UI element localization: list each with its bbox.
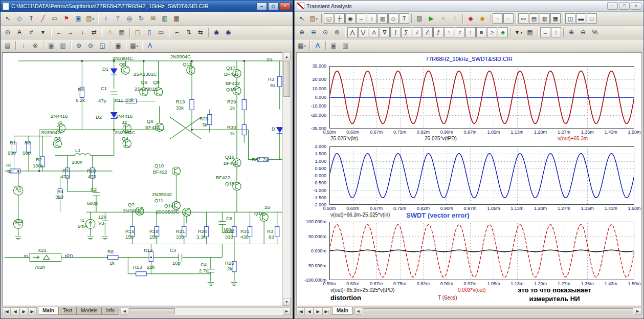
zoom-auto-icon[interactable]: ⊙ (320, 27, 331, 38)
measure-icon[interactable]: ▥ (377, 13, 388, 24)
grid-icon[interactable]: ▦ (116, 27, 127, 38)
scale-mode-icon[interactable]: ◱ (324, 13, 334, 24)
valley-icon[interactable]: ⋁ (358, 27, 368, 37)
graphics-mode-icon[interactable]: ▭ (49, 13, 60, 24)
high-icon[interactable]: ∆ (369, 27, 379, 37)
analysis-horizontal-scrollbar[interactable]: ◀ ▶ (354, 307, 642, 315)
wire-mode-icon[interactable]: ╱ (37, 13, 49, 24)
run-icon[interactable]: ▶ (426, 13, 437, 24)
grid-dropdown-icon-dropdown[interactable]: ▾ (137, 44, 138, 48)
minimize-button[interactable]: – (256, 3, 267, 10)
zoom-in-icon[interactable]: ⊕ (73, 40, 84, 51)
text-mode-icon[interactable]: T (26, 13, 37, 24)
inflection-icon[interactable]: ∫ (390, 27, 401, 37)
zoom-percent-icon[interactable]: % (589, 27, 601, 38)
copy-window-icon[interactable]: ▥ (340, 40, 351, 51)
watch-icon[interactable]: ▫ (493, 13, 503, 24)
scroll-right-button[interactable]: ▶ (634, 308, 641, 315)
flip-vertical-icon[interactable]: ⇅ (183, 27, 194, 38)
component-mode-icon[interactable]: ◇ (14, 13, 25, 24)
find-icon[interactable]: ◉ (211, 27, 222, 38)
chart-2[interactable] (329, 146, 634, 205)
report-icon[interactable]: ▥ (159, 13, 170, 24)
align-left-icon[interactable]: ← (53, 27, 64, 38)
grid-options-icon-dropdown[interactable]: ▾ (304, 44, 306, 48)
chart-1[interactable] (329, 66, 634, 129)
tab-info[interactable]: Info (101, 307, 119, 315)
grid-dropdown-icon[interactable]: ▦▾ (128, 40, 140, 51)
attribute-text-icon[interactable]: A (14, 27, 25, 38)
properties-icon[interactable]: ▨ (414, 13, 425, 24)
scroll-right-button[interactable]: ▶ (283, 308, 291, 315)
scrollbar-track[interactable] (283, 97, 291, 298)
step-into-icon[interactable]: ↓ (18, 40, 29, 51)
horizontal-tag-icon[interactable]: ↔ (356, 13, 366, 24)
schematic-horizontal-scrollbar[interactable]: ◀ ▶ (120, 307, 291, 315)
first-page-button[interactable]: |◀ (2, 307, 11, 315)
rms-icon[interactable]: ± (465, 27, 476, 37)
magnify-in-icon[interactable]: ⊕ (566, 27, 577, 38)
clipboard-icon[interactable]: ▤▾ (308, 13, 319, 24)
mirror-icon[interactable]: ⇄ (88, 27, 100, 38)
select-icon[interactable]: ↖ (2, 13, 13, 24)
font-icon[interactable]: A (312, 40, 323, 51)
point-tag-icon[interactable]: ◉ (345, 13, 356, 24)
analysis-titlebar[interactable]: Transient Analysis – □ × (295, 1, 643, 12)
target-icon[interactable]: ◎ (124, 13, 135, 24)
tab-models[interactable]: Models (76, 307, 102, 315)
cursor-mode-icon[interactable]: ┼ (335, 13, 345, 24)
gofx-icon[interactable]: ƒ (433, 27, 443, 37)
scroll-left-button[interactable]: ◀ (354, 308, 362, 315)
bars-icon[interactable]: ▦ (171, 13, 182, 24)
rotate-icon[interactable]: ⌐ (171, 27, 183, 38)
maximize-button[interactable]: □ (619, 2, 630, 10)
polygon-icon[interactable]: ◇ (388, 13, 398, 24)
page-icon[interactable]: ▯ (144, 27, 155, 38)
one-plot-icon[interactable]: ▭ (518, 13, 528, 24)
breakpoint-icon[interactable]: ▫ (503, 13, 514, 24)
schematic-canvas[interactable]: 2N3904CQ52N3904CQ12D12SA1381CQ6Q92SA1381… (2, 52, 284, 306)
horizontal-scrollbar-thumb[interactable] (363, 308, 633, 314)
node-number-icon[interactable]: # (26, 27, 37, 38)
low-icon[interactable]: ∇ (380, 27, 390, 37)
first-page-button[interactable]: |◀ (296, 307, 305, 315)
clipboard-icon-dropdown[interactable]: ▾ (316, 17, 318, 20)
scroll-down-button[interactable]: ▼ (283, 298, 291, 306)
prev-page-button[interactable]: ◀ (305, 307, 314, 315)
plot-area[interactable]: 77R68H2_10kHz_SWDT&SID.CIR SWDT (vector … (296, 52, 642, 306)
refresh-icon[interactable]: ↻ (136, 13, 147, 24)
clipboard-icon[interactable]: ▤▾ (84, 13, 96, 24)
close-button[interactable]: × (280, 3, 291, 10)
peak-icon[interactable]: ⋀ (347, 27, 358, 37)
paste-icon[interactable]: ▥ (57, 40, 69, 51)
next-page-button[interactable]: ▶ (19, 307, 28, 315)
chart-3[interactable] (329, 222, 634, 280)
performance-icon[interactable]: ♣ (498, 27, 508, 37)
select-icon[interactable]: ↖ (296, 13, 307, 24)
align-right-icon[interactable]: → (65, 27, 76, 38)
period-icon[interactable]: ≈ (444, 27, 454, 37)
two-plot-icon[interactable]: ▤ (529, 13, 539, 24)
average-icon[interactable]: ≡ (476, 27, 486, 37)
last-page-button[interactable]: ▶| (28, 307, 37, 315)
split-horizontal-icon[interactable]: ◫ (565, 13, 575, 24)
three-plot-icon[interactable]: ▥ (540, 13, 550, 24)
flag-mode-icon[interactable]: ⚑ (61, 13, 72, 24)
vertical-scrollbar-thumb[interactable] (283, 61, 290, 97)
zoom-in-icon[interactable]: ⊕ (296, 27, 307, 38)
font-icon[interactable]: A (144, 40, 156, 51)
text-mode-icon[interactable]: T (399, 13, 409, 24)
thumbnail-icon[interactable]: ◆ (477, 13, 488, 24)
zoom-fit-icon[interactable]: ⊗ (331, 27, 343, 38)
new-page-icon[interactable]: ▤ (2, 40, 13, 51)
clipboard-icon-dropdown[interactable]: ▾ (93, 17, 94, 20)
picture-icon[interactable]: ▣ (73, 13, 84, 24)
add-plot-icon[interactable]: ▦ (550, 13, 561, 24)
copy-icon[interactable]: ▣ (46, 40, 57, 51)
tab-text[interactable]: Text (58, 307, 77, 315)
copy-page-icon[interactable]: ▣ (328, 40, 339, 51)
maximize-plot-icon[interactable]: □ (587, 13, 597, 24)
maximize-button[interactable]: □ (268, 3, 279, 10)
magnify-out-icon[interactable]: ⊖ (578, 27, 589, 38)
find-next-icon[interactable]: ◉ (223, 27, 234, 38)
